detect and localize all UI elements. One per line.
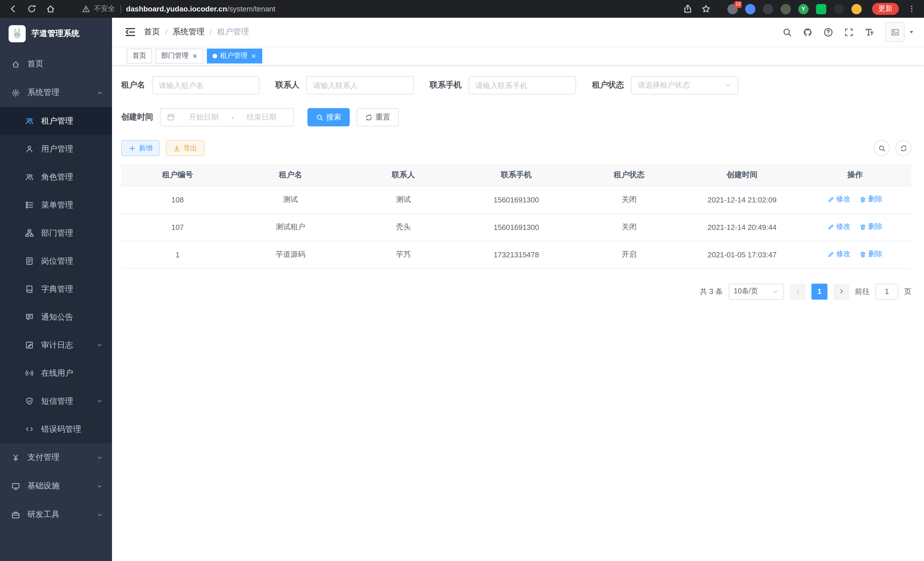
browser-reload-icon[interactable]	[27, 4, 37, 14]
fullscreen-icon[interactable]	[844, 27, 854, 37]
sidebar-item-menu[interactable]: 菜单管理	[0, 191, 112, 219]
export-button[interactable]: 导出	[166, 140, 205, 156]
search-button[interactable]: 搜索	[308, 108, 350, 126]
extension-3-icon[interactable]	[763, 4, 773, 14]
edit-button[interactable]: 修改	[827, 195, 850, 205]
extension-2-icon[interactable]	[745, 4, 755, 14]
address-bar[interactable]: 不安全 dashboard.yudao.iocoder.cn/system/te…	[82, 4, 275, 14]
browser-back-icon[interactable]	[8, 4, 18, 14]
sidebar-item-error-code[interactable]: 错误码管理	[0, 415, 112, 443]
edit-icon	[827, 251, 834, 258]
column-header-5: 租户状态	[573, 164, 686, 186]
sidebar-item-online-user[interactable]: 在线用户	[0, 359, 112, 387]
sidebar-item-audit-log[interactable]: 审计日志	[0, 331, 112, 359]
page-size-select[interactable]: 10条/页	[729, 283, 784, 299]
security-label[interactable]: 不安全	[94, 4, 115, 14]
help-icon[interactable]	[824, 27, 833, 37]
sidebar-item-dev-tool[interactable]: 研发工具	[0, 500, 112, 529]
goto-page-input[interactable]	[875, 283, 898, 299]
delete-button[interactable]: 删除	[860, 250, 882, 259]
tenant-name-label: 租户名	[121, 80, 145, 90]
sidebar-item-role[interactable]: 角色管理	[0, 163, 112, 191]
tab-close-icon[interactable]	[192, 53, 198, 59]
browser-menu-icon[interactable]	[908, 4, 916, 14]
tenant-status-select[interactable]: 请选择租户状态	[631, 76, 738, 94]
sidebar-item-label: 租户管理	[41, 116, 73, 126]
app-logo[interactable]: 芋道管理系统	[0, 18, 112, 50]
tool-icon	[11, 510, 20, 519]
table-cell: 关闭	[573, 213, 686, 241]
tenant-table: 租户编号租户名联系人联系手机租户状态创建时间操作 108测试测试15601691…	[121, 164, 911, 268]
next-page-button[interactable]	[833, 283, 849, 299]
sidebar-item-sms[interactable]: 短信管理	[0, 387, 112, 415]
prev-page-button[interactable]	[790, 283, 806, 299]
sidebar-item-label: 审计日志	[41, 340, 73, 350]
sidebar-item-pay[interactable]: 支付管理	[0, 443, 112, 472]
sms-icon	[25, 397, 34, 405]
toggle-search-button[interactable]	[874, 140, 890, 156]
page-size-value: 10条/页	[734, 287, 758, 296]
bookmark-star-icon[interactable]	[701, 4, 711, 14]
create-time-range[interactable]: 开始日期 - 结束日期	[160, 108, 294, 126]
sidebar-item-notice[interactable]: 通知公告	[0, 303, 112, 331]
toolbar-right	[868, 140, 911, 156]
header-search-icon[interactable]	[782, 27, 792, 37]
sidebar-item-dict[interactable]: 字典管理	[0, 275, 112, 303]
breadcrumb-item-2[interactable]: 系统管理	[172, 27, 205, 37]
update-button[interactable]: 更新	[872, 3, 899, 15]
sidebar-item-home[interactable]: 首页	[0, 50, 112, 78]
tenant-name-input[interactable]	[159, 81, 253, 89]
row-actions: 修改删除	[799, 186, 911, 213]
sidebar-item-user[interactable]: 用户管理	[0, 135, 112, 163]
browser-home-icon[interactable]	[46, 4, 56, 14]
delete-button[interactable]: 删除	[860, 195, 882, 205]
sidebar-item-post[interactable]: 岗位管理	[0, 247, 112, 275]
page-suffix-label: 页	[904, 286, 911, 296]
tab-home[interactable]: 首页	[127, 48, 152, 63]
avatar-caret-icon[interactable]	[908, 29, 915, 35]
extension-8-icon[interactable]	[851, 4, 862, 14]
extension-4-icon[interactable]	[781, 4, 791, 14]
sidebar-item-infra[interactable]: 基础设施	[0, 472, 112, 500]
home-icon	[11, 60, 20, 68]
github-icon[interactable]	[803, 27, 813, 37]
page-1-button[interactable]: 1	[812, 283, 827, 299]
sidebar-item-tenant[interactable]: 租户管理	[0, 107, 112, 135]
sidebar-item-dept[interactable]: 部门管理	[0, 219, 112, 247]
extension-6-icon[interactable]	[816, 4, 826, 14]
url-text[interactable]: dashboard.yudao.iocoder.cn/system/tenant	[126, 5, 275, 13]
delete-button[interactable]: 删除	[860, 222, 882, 232]
log-icon	[25, 341, 34, 349]
sidebar-item-label: 岗位管理	[41, 256, 73, 266]
reset-button[interactable]: 重置	[357, 108, 399, 126]
table-header-row: 租户编号租户名联系人联系手机租户状态创建时间操作	[121, 164, 911, 186]
tab-label: 首页	[133, 51, 146, 61]
tab-tenant[interactable]: 租户管理	[207, 48, 262, 63]
sidebar-item-label: 菜单管理	[41, 200, 73, 210]
font-size-icon[interactable]	[865, 27, 874, 37]
money-icon	[11, 453, 20, 462]
edit-icon	[827, 196, 834, 203]
edit-button[interactable]: 修改	[827, 222, 850, 232]
breadcrumb-item-1[interactable]: 首页	[144, 27, 160, 37]
sidebar-item-system[interactable]: 系统管理	[0, 78, 112, 107]
phone-input[interactable]	[476, 81, 569, 89]
table-toolbar: 新增 导出	[121, 140, 911, 156]
share-icon[interactable]	[683, 4, 693, 14]
sidebar-item-label: 研发工具	[27, 510, 59, 520]
peoples-icon	[25, 117, 34, 125]
contact-input[interactable]	[313, 81, 407, 89]
extension-1-icon[interactable]: 10	[728, 4, 738, 14]
extension-5-icon[interactable]: Y	[798, 4, 808, 14]
edit-icon	[827, 224, 834, 230]
edit-button[interactable]: 修改	[827, 250, 850, 259]
tab-close-icon[interactable]	[251, 53, 256, 59]
tab-dept[interactable]: 部门管理	[155, 48, 203, 63]
hamburger-icon[interactable]	[124, 26, 136, 38]
add-button[interactable]: 新增	[121, 140, 160, 156]
avatar[interactable]	[885, 22, 904, 42]
calendar-icon	[167, 113, 175, 121]
extension-7-icon[interactable]	[834, 4, 844, 14]
refresh-table-button[interactable]	[896, 140, 911, 156]
row-actions: 修改删除	[799, 213, 911, 241]
